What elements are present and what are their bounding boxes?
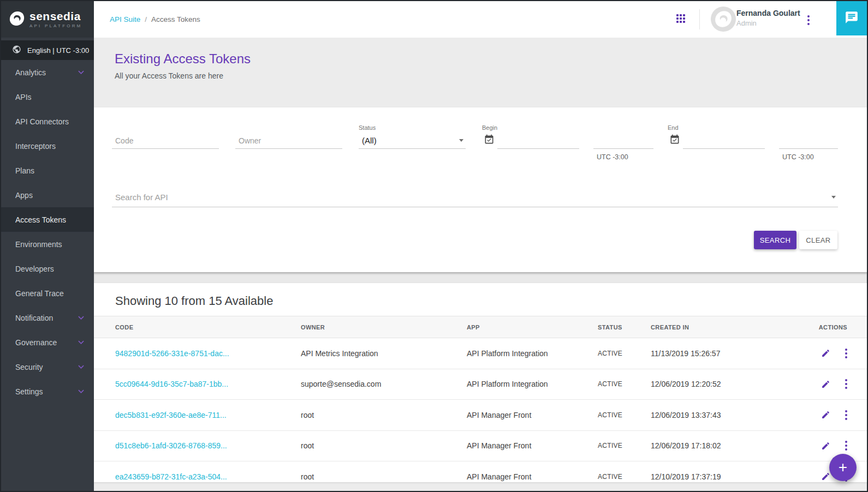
token-status: ACTIVE	[598, 473, 651, 481]
apps-grid-icon[interactable]	[676, 14, 686, 24]
edit-pencil-icon[interactable]	[821, 380, 830, 389]
sidebar-item-developers[interactable]: Developers	[1, 256, 94, 281]
sidebar-item-apis[interactable]: APIs	[1, 85, 94, 109]
row-kebab-icon[interactable]	[845, 349, 847, 358]
end-date-input[interactable]	[683, 133, 765, 149]
edit-pencil-icon[interactable]	[821, 410, 830, 419]
column-code: CODE	[115, 324, 301, 331]
token-owner: root	[301, 472, 467, 481]
results-summary: Showing 10 from 15 Available	[94, 283, 867, 316]
page-subtitle: All your Access Tokens are here	[115, 71, 867, 80]
dropdown-caret-icon	[831, 196, 836, 199]
begin-label: Begin	[482, 124, 497, 131]
sidebar-item-apps[interactable]: Apps	[1, 183, 94, 207]
token-code-link[interactable]: ea243659-b872-31fc-a23a-504...	[115, 472, 301, 481]
token-owner: root	[301, 411, 467, 419]
chevron-down-icon	[78, 340, 84, 344]
sidebar-item-environments[interactable]: Environments	[1, 232, 94, 256]
sidebar-item-plans[interactable]: Plans	[1, 158, 94, 183]
user-role: Admin	[736, 19, 800, 27]
topbar: API Suite / Access Tokens Fernanda Goula…	[94, 1, 867, 38]
sidebar-item-notification[interactable]: Notification	[1, 305, 94, 330]
chevron-down-icon	[78, 365, 84, 369]
column-owner: OWNER	[301, 324, 467, 331]
sidebar-item-settings[interactable]: Settings	[1, 379, 94, 404]
token-code-link[interactable]: 9482901d-5266-331e-8751-dac...	[115, 349, 301, 358]
topbar-divider	[699, 9, 700, 29]
sidebar-item-general-trace[interactable]: General Trace	[1, 281, 94, 305]
token-status: ACTIVE	[598, 380, 651, 388]
token-code-link[interactable]: d51c8eb6-1afd-3026-8768-859...	[115, 441, 301, 450]
token-status: ACTIVE	[598, 442, 651, 449]
sidebar-item-access-tokens[interactable]: Access Tokens	[1, 207, 94, 232]
brand-logo: sensedia API PLATFORM	[1, 1, 94, 38]
status-select[interactable]: (All)	[359, 133, 466, 149]
sidebar-item-security[interactable]: Security	[1, 355, 94, 379]
api-search-input[interactable]	[112, 187, 838, 207]
token-app: API Manager Front	[467, 441, 598, 450]
token-owner: root	[301, 441, 467, 450]
edit-pencil-icon[interactable]	[821, 349, 830, 358]
token-app: API Manager Front	[467, 472, 598, 481]
table-row: d51c8eb6-1afd-3026-8768-859... root API …	[94, 431, 867, 462]
sidebar-item-governance[interactable]: Governance	[1, 330, 94, 355]
chevron-down-icon	[78, 389, 84, 393]
sidebar-item-analytics[interactable]: Analytics	[1, 60, 94, 85]
token-created: 12/10/2019 17:37:19	[651, 472, 809, 481]
sidebar-item-api-connectors[interactable]: API Connectors	[1, 109, 94, 134]
brand-swirl-icon	[9, 10, 25, 29]
owner-input[interactable]	[235, 133, 342, 149]
status-value: (All)	[362, 136, 377, 145]
token-status: ACTIVE	[598, 350, 651, 357]
clear-button[interactable]: CLEAR	[799, 231, 837, 249]
table-header: CODE OWNER APP STATUS CREATED IN ACTIONS	[94, 316, 867, 338]
filters-panel: Status (All) Begin UTC -3:00 End	[94, 107, 867, 272]
brand-tagline: API PLATFORM	[29, 23, 82, 28]
search-button[interactable]: SEARCH	[754, 231, 796, 249]
end-calendar-check-icon[interactable]	[669, 134, 680, 147]
begin-time-input[interactable]	[593, 133, 653, 149]
breadcrumb-api-suite[interactable]: API Suite	[110, 15, 140, 23]
token-status: ACTIVE	[598, 411, 651, 419]
table-row: 9482901d-5266-331e-8751-dac... API Metri…	[94, 338, 867, 369]
end-timezone-label: UTC -3:00	[782, 153, 814, 161]
token-created: 12/06/2019 17:18:02	[651, 441, 809, 450]
user-menu-kebab-icon[interactable]	[807, 15, 810, 25]
main-area: API Suite / Access Tokens Fernanda Goula…	[94, 1, 867, 491]
end-time-input[interactable]	[779, 133, 838, 149]
breadcrumb-current: Access Tokens	[151, 15, 200, 23]
token-code-link[interactable]: 5cc09644-9d16-35c7-ba87-1bb...	[115, 380, 301, 388]
token-code-link[interactable]: dec5b831-e92f-360e-ae8e-711...	[115, 411, 301, 419]
row-kebab-icon[interactable]	[845, 441, 847, 451]
chevron-down-icon	[78, 70, 84, 74]
token-app: API Platform Integration	[467, 349, 598, 358]
locale-selector[interactable]: English | UTC -3:00	[1, 40, 94, 60]
page-header: Existing Access Tokens All your Access T…	[94, 38, 867, 107]
row-kebab-icon[interactable]	[845, 410, 847, 420]
table-row: ea243659-b872-31fc-a23a-504... root API …	[94, 461, 867, 482]
begin-calendar-check-icon[interactable]	[484, 134, 495, 147]
column-status: STATUS	[598, 324, 651, 331]
edit-pencil-icon[interactable]	[821, 441, 830, 451]
breadcrumb-separator: /	[145, 15, 147, 23]
token-created: 12/06/2019 13:37:43	[651, 411, 809, 419]
begin-date-input[interactable]	[497, 133, 579, 149]
sidebar-item-interceptors[interactable]: Interceptors	[1, 134, 94, 158]
token-created: 11/13/2019 15:26:57	[651, 349, 809, 358]
token-created: 12/06/2019 12:20:52	[651, 380, 809, 388]
table-row: dec5b831-e92f-360e-ae8e-711... root API …	[94, 400, 867, 431]
column-actions: ACTIONS	[809, 324, 847, 331]
sidebar: sensedia API PLATFORM English | UTC -3:0…	[1, 1, 94, 491]
dropdown-caret-icon	[459, 139, 463, 142]
avatar[interactable]	[711, 7, 736, 32]
add-access-token-button[interactable]: +	[829, 454, 857, 481]
api-search-field	[112, 187, 838, 207]
support-chat-button[interactable]	[836, 1, 867, 35]
app-window: sensedia API PLATFORM English | UTC -3:0…	[0, 0, 868, 492]
end-label: End	[668, 124, 679, 131]
row-kebab-icon[interactable]	[845, 379, 847, 389]
results-panel: Showing 10 from 15 Available CODE OWNER …	[94, 283, 867, 482]
user-info: Fernanda Goulart Admin	[736, 9, 800, 27]
edit-pencil-icon[interactable]	[821, 472, 830, 481]
code-input[interactable]	[112, 133, 219, 149]
